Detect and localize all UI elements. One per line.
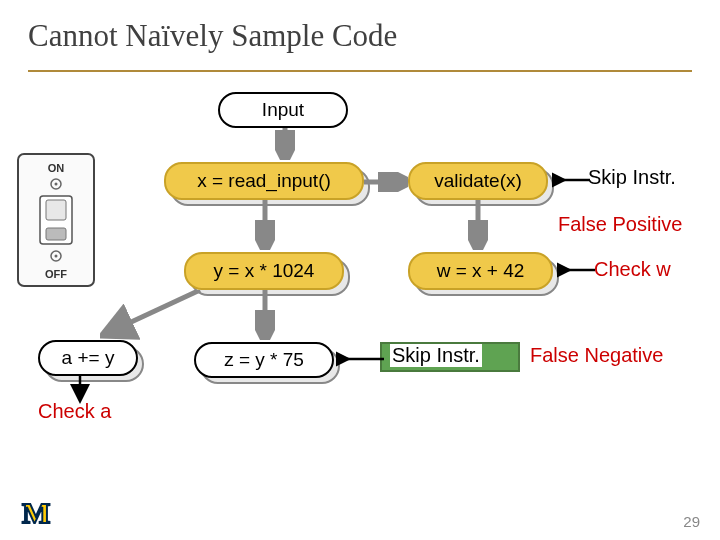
arrow bbox=[275, 128, 295, 160]
node-validate: validate(x) bbox=[408, 162, 548, 200]
michigan-logo: M bbox=[22, 496, 49, 530]
arrow bbox=[255, 200, 275, 250]
node-w-calc: w = x + 42 bbox=[408, 252, 553, 290]
arrow bbox=[255, 290, 275, 340]
svg-rect-5 bbox=[46, 228, 66, 240]
node-a-plus: a += y bbox=[38, 340, 138, 376]
arrow bbox=[557, 258, 597, 282]
svg-rect-4 bbox=[46, 200, 66, 220]
label-false-negative: False Negative bbox=[530, 344, 663, 367]
arrow bbox=[468, 200, 488, 250]
node-z-calc: z = y * 75 bbox=[194, 342, 334, 378]
svg-point-2 bbox=[55, 183, 58, 186]
arrow bbox=[100, 290, 210, 340]
arrow bbox=[552, 168, 592, 192]
label-skip-instr-bottom: Skip Instr. bbox=[390, 344, 482, 367]
svg-line-14 bbox=[114, 290, 200, 330]
label-skip-instr-top: Skip Instr. bbox=[588, 166, 676, 189]
switch-on-label: ON bbox=[48, 162, 65, 174]
label-false-positive: False Positive bbox=[558, 213, 683, 236]
page-title: Cannot Naïvely Sample Code bbox=[28, 18, 692, 54]
node-input: Input bbox=[218, 92, 348, 128]
diagram-canvas: ON OFF Input x = read_input() validate(x… bbox=[0, 72, 720, 502]
svg-point-7 bbox=[55, 255, 58, 258]
label-check-w: Check w bbox=[594, 258, 671, 281]
page-number: 29 bbox=[683, 513, 700, 530]
switch-off-label: OFF bbox=[45, 268, 67, 280]
node-y-calc: y = x * 1024 bbox=[184, 252, 344, 290]
arrow bbox=[336, 348, 386, 370]
node-read-input: x = read_input() bbox=[164, 162, 364, 200]
arrow bbox=[364, 172, 408, 192]
label-check-a: Check a bbox=[38, 400, 111, 423]
light-switch-illustration: ON OFF bbox=[14, 150, 98, 290]
